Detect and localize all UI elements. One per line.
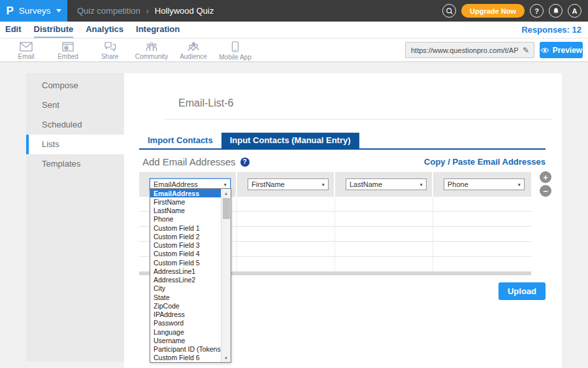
channel-email[interactable]: Email	[5, 41, 47, 60]
dropdown-option[interactable]: City	[150, 284, 221, 293]
select-arrow-icon: ▼	[321, 182, 325, 187]
column-select-phone[interactable]: Phone ▼	[444, 178, 525, 190]
breadcrumb-current: Hollywood Quiz	[155, 6, 214, 16]
sidebar-item-templates[interactable]: Templates	[26, 154, 124, 174]
dropdown-option[interactable]: State	[150, 293, 221, 301]
dropdown-option[interactable]: EmailAddress	[150, 189, 221, 197]
tab-input-contacts-manual-entry[interactable]: Input Contacts (Manual Entry)	[221, 133, 359, 148]
table-cell[interactable]	[335, 242, 433, 256]
help-icon[interactable]: ?	[240, 158, 250, 167]
responses-count[interactable]: Responses: 12	[521, 22, 581, 38]
upload-button[interactable]: Upload	[498, 282, 546, 300]
table-cell[interactable]	[335, 257, 433, 271]
dropdown-option[interactable]: Custom Field 1	[150, 224, 221, 232]
chevron-down-icon	[56, 9, 61, 12]
table-cell[interactable]	[237, 257, 335, 271]
table-cell[interactable]	[433, 197, 531, 211]
select-arrow-icon: ▼	[223, 182, 227, 187]
table-cell[interactable]	[237, 227, 335, 241]
dropdown-option[interactable]: Phone	[150, 215, 221, 224]
dropdown-option[interactable]: Custom Field 5	[150, 258, 221, 267]
select-arrow-icon: ▼	[517, 182, 521, 187]
row-controls: + −	[540, 171, 551, 197]
notifications-button[interactable]	[549, 4, 563, 18]
dropdown-option[interactable]: Language	[150, 327, 221, 336]
dropdown-option[interactable]: Custom Field 3	[150, 241, 221, 250]
tab-import-contacts[interactable]: Import Contacts	[139, 133, 221, 148]
breadcrumb: Quiz competition › Hollywood Quiz	[77, 6, 214, 16]
edit-url-pencil-icon[interactable]: ✎	[518, 46, 534, 55]
search-button[interactable]	[442, 4, 456, 18]
audience-icon: $	[187, 42, 200, 52]
contacts-tabs: Import Contacts Input Contacts (Manual E…	[139, 133, 359, 148]
dropdown-option[interactable]: AddressLine1	[150, 267, 221, 275]
channel-share[interactable]: Share	[89, 41, 131, 60]
dropdown-option[interactable]: AddressLine2	[150, 276, 221, 284]
table-cell[interactable]	[335, 197, 433, 211]
upgrade-now-button[interactable]: Upgrade Now	[461, 4, 525, 18]
channel-audience[interactable]: $ Audience	[172, 41, 214, 60]
eye-icon	[540, 47, 549, 54]
tab-underline	[139, 148, 546, 150]
dropdown-option[interactable]: FirstName	[150, 197, 221, 206]
scroll-up-icon[interactable]: ▲	[221, 189, 231, 197]
dropdown-option[interactable]: IPAddress	[150, 310, 221, 319]
survey-url-field[interactable]: https://www.questionpro.com/t/APNrFZ ✎	[405, 42, 534, 58]
scrollbar-thumb[interactable]	[223, 198, 230, 219]
dropdown-option[interactable]: ZipCode	[150, 301, 221, 310]
table-cell[interactable]	[433, 212, 531, 226]
sidebar-item-compose[interactable]: Compose	[26, 76, 124, 95]
section-heading: Add Email Addresses	[142, 156, 236, 167]
add-row-button[interactable]: +	[540, 171, 551, 183]
nav-item-analytics[interactable]: Analytics	[86, 22, 123, 38]
dropdown-option[interactable]: Custom Field 4	[150, 250, 221, 258]
dropdown-option[interactable]: Password	[150, 319, 221, 327]
dropdown-scrollbar[interactable]: ▲ ▼	[221, 189, 231, 362]
breadcrumb-parent[interactable]: Quiz competition	[77, 6, 140, 16]
column-select-firstname[interactable]: FirstName ▼	[248, 178, 329, 190]
help-button[interactable]: ?	[530, 4, 544, 18]
page: { "topbar": { "logo_glyph": "P", "produc…	[0, 0, 588, 368]
remove-row-button[interactable]: −	[540, 185, 551, 197]
table-cell[interactable]	[237, 242, 335, 256]
bell-icon	[552, 7, 560, 15]
page-title: Email-List-6	[178, 97, 233, 109]
nav-item-edit[interactable]: Edit	[5, 22, 22, 38]
dropdown-option-list: EmailAddressFirstNameLastNamePhoneCustom…	[150, 189, 221, 362]
topbar: P Surveys Quiz competition › Hollywood Q…	[0, 0, 588, 22]
table-cell[interactable]	[335, 227, 433, 241]
channel-mobile-app[interactable]: Mobile App	[214, 40, 256, 61]
product-name: Surveys	[19, 6, 51, 16]
dropdown-option[interactable]: Username	[150, 336, 221, 344]
dropdown-option[interactable]: Custom Field 2	[150, 232, 221, 241]
account-avatar[interactable]: A	[568, 4, 581, 18]
questionpro-logo-icon: P	[6, 5, 13, 16]
preview-button[interactable]: Preview	[540, 42, 583, 58]
sidebar-item-scheduled[interactable]: Scheduled	[26, 115, 124, 135]
list-title-wrap: Email-List-6	[165, 93, 552, 120]
select-arrow-icon: ▼	[419, 182, 423, 187]
table-cell[interactable]	[433, 227, 531, 241]
table-cell[interactable]	[335, 212, 433, 226]
sidebar-item-sent[interactable]: Sent	[26, 95, 124, 115]
table-cell[interactable]	[237, 197, 335, 211]
channel-community[interactable]: Community	[131, 41, 172, 60]
table-cell[interactable]	[237, 212, 335, 226]
survey-url-value[interactable]: https://www.questionpro.com/t/APNrFZ	[406, 46, 518, 54]
dropdown-option[interactable]: Participant ID (Tokens)	[150, 345, 221, 354]
table-cell[interactable]	[433, 242, 531, 256]
surveys-menu-button[interactable]: P Surveys	[0, 0, 67, 22]
add-email-section-row: Add Email Addresses ? Copy / Paste Email…	[142, 156, 546, 167]
scroll-down-icon[interactable]: ▼	[221, 354, 231, 362]
dropdown-option[interactable]: Custom Field 6	[150, 354, 221, 362]
nav-item-distribute[interactable]: Distribute	[34, 22, 74, 38]
table-cell[interactable]	[433, 257, 531, 271]
channel-embed[interactable]: Embed	[47, 41, 89, 60]
dropdown-option[interactable]: LastName	[150, 207, 221, 215]
share-icon	[104, 42, 116, 52]
column-select-lastname[interactable]: LastName ▼	[346, 178, 427, 190]
sidebar-item-lists[interactable]: Lists	[26, 135, 124, 154]
nav-item-integration[interactable]: Integration	[136, 22, 180, 38]
copy-paste-email-link[interactable]: Copy / Paste Email Addresses	[424, 157, 546, 167]
community-icon	[145, 42, 158, 52]
